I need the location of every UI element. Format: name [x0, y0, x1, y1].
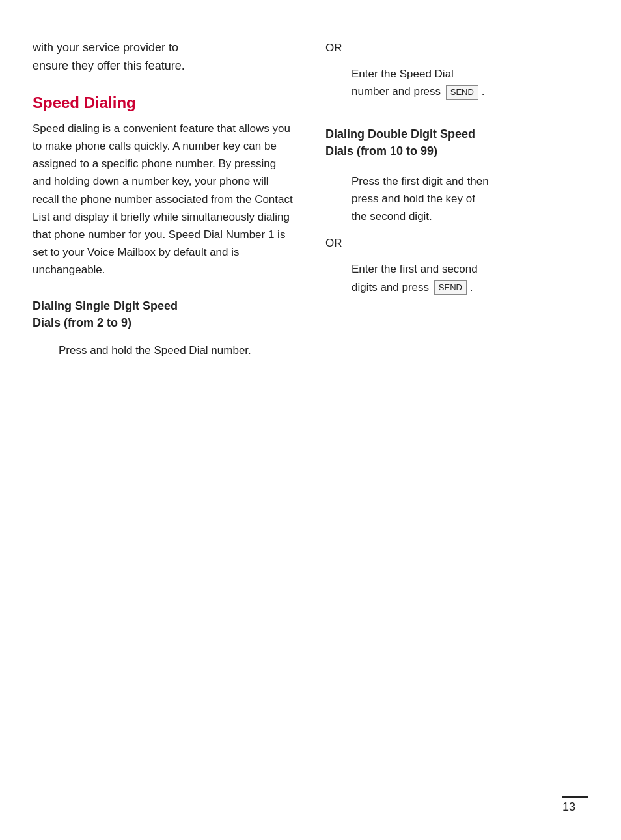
enter-speed-dial-text: Enter the Speed Dial number and press SE…	[352, 65, 588, 100]
press-first-digit-line3: the second digit.	[352, 210, 432, 223]
intro-line1: with your service provider to	[33, 41, 178, 54]
press-first-digit-text: Press the first digit and then press and…	[352, 172, 588, 226]
enter-first-second-line1: Enter the first and second	[352, 263, 478, 275]
right-column: OR Enter the Speed Dial number and press…	[312, 39, 588, 801]
intro-line2: ensure they offer this feature.	[33, 59, 185, 72]
speed-dialing-body: Speed dialing is a convenient feature th…	[33, 120, 293, 279]
speed-dialing-heading: Speed Dialing	[33, 94, 293, 112]
enter-speed-dial-block: Enter the Speed Dial number and press SE…	[325, 65, 588, 100]
intro-text: with your service provider to ensure the…	[33, 39, 293, 75]
enter-first-second-text: Enter the first and second digits and pr…	[352, 260, 588, 295]
enter-speed-dial-line1: Enter the Speed Dial	[352, 68, 454, 80]
left-column: with your service provider to ensure the…	[33, 39, 312, 801]
single-digit-text: Press and hold the Speed Dial number.	[59, 342, 293, 359]
single-digit-heading: Dialing Single Digit Speed Dials (from 2…	[33, 298, 293, 331]
enter-first-second-line2: digits and press	[352, 281, 429, 293]
or-text-2: OR	[325, 237, 588, 250]
page-number-container: 13	[562, 796, 588, 814]
single-digit-heading-line2: Dials (from 2 to 9)	[33, 316, 131, 329]
double-digit-heading-line1: Dialing Double Digit Speed	[325, 128, 475, 141]
enter-speed-dial-line2: number and press	[352, 85, 441, 98]
or-text-1: OR	[325, 42, 588, 55]
page-number: 13	[562, 800, 575, 813]
page-number-line	[562, 796, 588, 798]
press-first-digit-line1: Press the first digit and then	[352, 175, 489, 187]
send-button-1: SEND	[446, 85, 478, 100]
press-first-digit-block: Press the first digit and then press and…	[325, 172, 588, 226]
send-button-2: SEND	[434, 280, 467, 295]
press-first-digit-line2: press and hold the key of	[352, 193, 475, 205]
enter-first-second-block: Enter the first and second digits and pr…	[325, 260, 588, 295]
single-digit-heading-line1: Dialing Single Digit Speed	[33, 299, 178, 312]
double-digit-heading: Dialing Double Digit Speed Dials (from 1…	[325, 126, 588, 159]
double-digit-heading-line2: Dials (from 10 to 99)	[325, 144, 437, 157]
single-digit-block: Press and hold the Speed Dial number.	[33, 342, 293, 359]
